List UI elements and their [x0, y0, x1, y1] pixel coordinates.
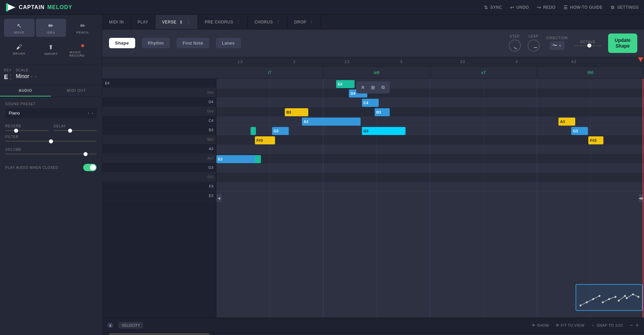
- settings-button[interactable]: ⚙ SETTINGS: [610, 5, 639, 10]
- tab-audio[interactable]: AUDIO: [0, 85, 51, 96]
- update-shape-button[interactable]: UpdateShape: [608, 34, 637, 53]
- expand-note-btn[interactable]: ⊞: [368, 83, 378, 92]
- scrollbar-horizontal[interactable]: [102, 332, 644, 335]
- close-note-btn[interactable]: ✕: [358, 83, 368, 92]
- note-a3-left[interactable]: A3: [302, 118, 361, 126]
- undo-icon: ↩: [510, 5, 515, 10]
- delay-slider[interactable]: [54, 130, 97, 131]
- octave-slider[interactable]: [575, 45, 601, 46]
- note-g3-far-right[interactable]: G3: [571, 127, 588, 135]
- piano-keys: E4 Eb4 D4 Db4 C4 B3: [102, 79, 216, 318]
- tab-play[interactable]: PLAY: [131, 15, 155, 29]
- scale-arrows[interactable]: ‹ ›: [31, 74, 37, 79]
- mode-shape-btn[interactable]: Shape: [109, 38, 135, 48]
- undo-button[interactable]: ↩ UNDO: [510, 5, 529, 10]
- tab-midi-in[interactable]: MIDI IN: [102, 15, 131, 29]
- preset-right-arrow[interactable]: ›: [92, 111, 93, 116]
- drop-more-icon[interactable]: ⋮: [309, 19, 314, 25]
- tab-verse[interactable]: VERSE ⬆ ⋮: [155, 15, 198, 29]
- key-up-arrow[interactable]: ‹: [10, 73, 11, 77]
- ruler-mark-4: 4: [516, 60, 518, 64]
- volume-slider[interactable]: [5, 153, 97, 154]
- verse-more-icon[interactable]: ⋮: [186, 19, 191, 25]
- wave-icon: 〜: [552, 43, 557, 49]
- tab-midi-out[interactable]: MIDI OUT: [51, 85, 102, 96]
- filter-slider[interactable]: [5, 141, 97, 142]
- note-f3-right[interactable]: F#3: [588, 136, 603, 144]
- grid-area[interactable]: E4 D4 C4 B3 B3 A3 A3 G3 G3: [216, 79, 644, 318]
- tool-magic-record[interactable]: ● MAGIC RECORD: [67, 38, 98, 60]
- preset-left-arrow[interactable]: ‹: [88, 111, 89, 116]
- zoom-out-btn[interactable]: −: [630, 322, 633, 328]
- direction-select[interactable]: 〜 ▼: [550, 41, 565, 50]
- scale-right-arrow[interactable]: ›: [35, 74, 37, 79]
- key-arrows[interactable]: ‹ ›: [10, 73, 11, 81]
- redo-icon: ↪: [537, 5, 541, 10]
- chorus-more-icon[interactable]: ⋮: [276, 19, 281, 25]
- preview-svg: [576, 285, 642, 310]
- row-bg-eb4: [216, 88, 644, 97]
- svg-line-22: [587, 299, 593, 303]
- note-g3-left[interactable]: G3: [272, 127, 289, 135]
- leap-control: LEAP: [528, 35, 540, 52]
- note-e3-small[interactable]: [255, 155, 261, 163]
- direction-control: DIRECTION 〜 ▼: [546, 36, 568, 50]
- logo-icon: [5, 2, 16, 13]
- logo: CAPTAIN MELODY: [5, 2, 72, 13]
- scale-group: SCALE Minor ‹ ›: [16, 68, 98, 81]
- tool-import[interactable]: ⬆ IMPORT: [36, 38, 66, 60]
- zoom-in-btn[interactable]: +: [636, 322, 639, 328]
- tool-pencil[interactable]: ✏ PENCIL: [67, 19, 98, 37]
- note-f3-yellow[interactable]: F#3: [255, 136, 275, 144]
- scale-left-arrow[interactable]: ‹: [31, 74, 33, 79]
- row-bg-ab3: [216, 154, 644, 163]
- scroll-left-arrow[interactable]: ◀: [216, 194, 222, 202]
- key-down-arrow[interactable]: ›: [10, 77, 11, 81]
- svg-point-30: [586, 301, 588, 303]
- mode-lanes-btn[interactable]: Lanes: [216, 38, 241, 48]
- piano-key-a3: A3: [102, 144, 216, 154]
- note-e4[interactable]: E4: [336, 80, 355, 88]
- svg-point-38: [626, 297, 628, 299]
- piano-roll: E4 Eb4 D4 Db4 C4 B3: [102, 79, 644, 318]
- note-e3[interactable]: E3: [216, 155, 257, 163]
- preset-arrows[interactable]: ‹ ›: [88, 111, 93, 116]
- note-g3-small[interactable]: [251, 127, 256, 135]
- tool-move[interactable]: ↖ MOVE: [4, 19, 35, 37]
- tool-idea[interactable]: ✏ IDEA: [36, 19, 66, 37]
- mode-first-note-btn[interactable]: First Note: [176, 38, 209, 48]
- playhead-line: [643, 79, 643, 318]
- tab-chorus[interactable]: CHORUS ⋮: [248, 15, 288, 29]
- reverb-slider[interactable]: [5, 130, 48, 131]
- note-b3-yellow[interactable]: B3: [285, 108, 308, 116]
- reverb-delay-row: REVERB DELAY: [5, 124, 97, 131]
- note-b3-right[interactable]: B3: [375, 108, 390, 116]
- ruler-mark-3_3: 3.3: [460, 60, 465, 64]
- fit-to-view-button[interactable]: ⊕ FIT TO VIEW: [556, 323, 584, 327]
- tool-brush[interactable]: 🖌 BRUSH: [4, 38, 35, 60]
- piano-key-c4: C4: [102, 116, 216, 126]
- sync-button[interactable]: ⇅ SYNC: [484, 5, 502, 10]
- tab-pre-chorus[interactable]: PRE CHORUS ⋮: [198, 15, 248, 29]
- step-knob[interactable]: [506, 38, 523, 54]
- velocity-button[interactable]: VELOCITY: [118, 322, 143, 329]
- note-a3-right[interactable]: A3: [558, 118, 575, 126]
- import-icon: ⬆: [48, 44, 54, 51]
- note-c4[interactable]: C4: [362, 99, 379, 107]
- leap-knob[interactable]: [525, 38, 542, 54]
- idea-icon: ✏: [48, 22, 54, 29]
- mode-rhythm-btn[interactable]: Rhythm: [142, 38, 170, 48]
- note-g3-cyan[interactable]: G3: [362, 127, 406, 135]
- redo-button[interactable]: ↪ REDO: [537, 5, 555, 10]
- copy-note-btn[interactable]: ⧉: [378, 83, 388, 92]
- play-audio-toggle[interactable]: [83, 164, 97, 171]
- snap-button[interactable]: ↔ SNAP TO 1/32: [591, 323, 623, 327]
- howto-button[interactable]: ☰ HOW-TO GUIDE: [564, 5, 602, 10]
- piano-key-e4: E4: [102, 79, 216, 88]
- expand-btn[interactable]: ▲: [108, 323, 113, 328]
- tab-drop[interactable]: DROP ⋮: [287, 15, 321, 29]
- show-button[interactable]: 👁 SHOW: [532, 323, 549, 327]
- top-bar-actions: ⇅ SYNC ↩ UNDO ↪ REDO ☰ HOW-TO GUIDE ⚙ SE…: [484, 5, 639, 10]
- pre-chorus-more-icon[interactable]: ⋮: [236, 19, 241, 25]
- scrollbar-thumb[interactable]: [109, 333, 210, 335]
